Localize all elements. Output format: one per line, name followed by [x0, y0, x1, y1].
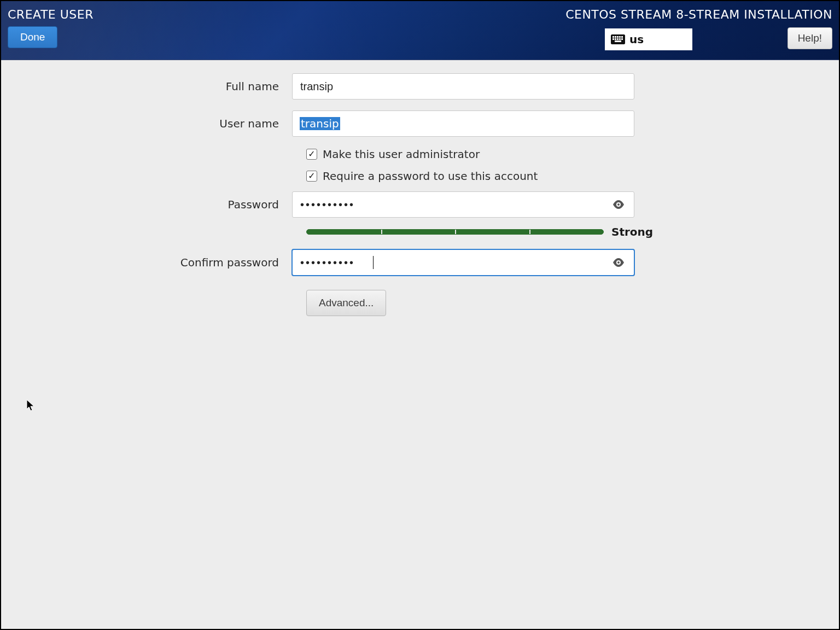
svg-rect-9	[619, 38, 621, 40]
password-input[interactable]	[292, 191, 634, 218]
password-strength: Strong	[306, 225, 840, 238]
svg-point-13	[617, 261, 620, 264]
svg-rect-3	[617, 36, 619, 38]
keyboard-layout-label: us	[629, 33, 644, 46]
header-bar: CREATE USER CENTOS STREAM 8-STREAM INSTA…	[1, 1, 839, 60]
eye-icon	[612, 258, 625, 267]
svg-rect-6	[612, 38, 614, 40]
svg-rect-2	[615, 36, 616, 38]
row-user-name: User name transip	[0, 110, 840, 137]
confirm-password-input[interactable]	[292, 249, 634, 276]
require-password-checkbox-label: Require a password to use this account	[323, 170, 538, 183]
reveal-password-button[interactable]	[612, 200, 625, 209]
text-cursor	[373, 256, 374, 269]
help-button[interactable]: Help!	[788, 27, 832, 49]
require-password-checkbox[interactable]	[306, 171, 317, 182]
keyboard-icon	[611, 34, 625, 44]
admin-checkbox-label: Make this user administrator	[323, 148, 480, 161]
require-password-checkbox-row: Require a password to use this account	[306, 170, 840, 183]
user-name-label: User name	[0, 117, 292, 130]
row-confirm-password: Confirm password	[0, 249, 840, 276]
full-name-label: Full name	[0, 80, 292, 93]
password-label: Password	[0, 198, 292, 211]
svg-rect-11	[615, 40, 621, 42]
confirm-password-label: Confirm password	[0, 256, 292, 269]
svg-rect-10	[621, 38, 623, 40]
svg-point-12	[617, 203, 620, 206]
done-button[interactable]: Done	[8, 26, 57, 48]
reveal-confirm-password-button[interactable]	[612, 258, 625, 267]
product-title: CENTOS STREAM 8-STREAM INSTALLATION	[565, 8, 832, 21]
row-password: Password	[0, 191, 840, 218]
row-full-name: Full name	[0, 73, 840, 100]
password-strength-bar	[306, 229, 604, 235]
advanced-button[interactable]: Advanced...	[306, 290, 386, 316]
svg-rect-4	[619, 36, 621, 38]
page-title: CREATE USER	[8, 8, 94, 21]
admin-checkbox[interactable]	[306, 149, 317, 160]
full-name-input[interactable]	[292, 73, 634, 100]
user-name-input[interactable]	[292, 110, 634, 137]
svg-rect-5	[621, 36, 623, 38]
eye-icon	[612, 200, 625, 209]
svg-rect-1	[612, 36, 614, 38]
keyboard-layout-indicator[interactable]: us	[605, 28, 692, 50]
admin-checkbox-row: Make this user administrator	[306, 148, 840, 161]
create-user-form: Full name User name transip Make this us…	[0, 59, 840, 630]
password-strength-label: Strong	[611, 225, 653, 238]
svg-rect-8	[617, 38, 619, 40]
svg-rect-7	[615, 38, 616, 40]
